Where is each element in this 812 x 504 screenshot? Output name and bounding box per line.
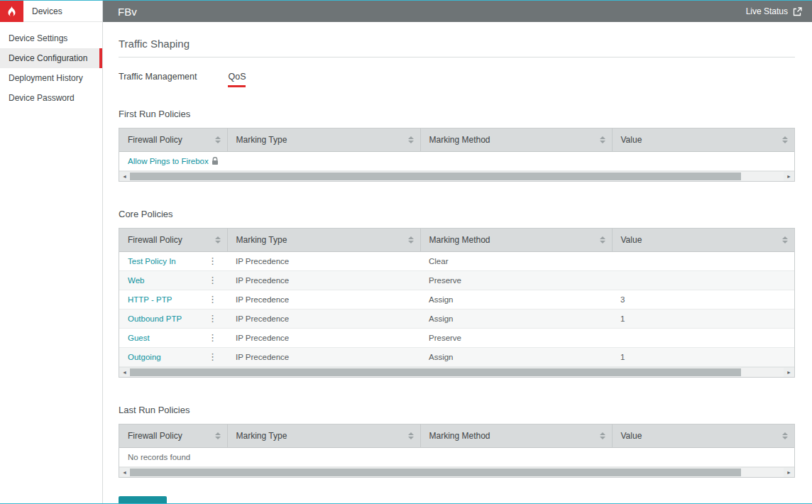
scroll-right-arrow[interactable]: ► [784, 468, 794, 477]
scroll-right-arrow[interactable]: ► [784, 368, 794, 377]
top-bar: FBv Live Status [103, 1, 812, 22]
table-header-row: Firewall Policy Marking Type Marking Met… [119, 424, 794, 448]
horizontal-scrollbar[interactable]: ◄ ► [119, 467, 794, 477]
column-header-marking-method[interactable]: Marking Method [420, 229, 612, 252]
horizontal-scrollbar[interactable]: ◄ ► [119, 367, 794, 377]
title-divider [119, 57, 795, 57]
app-window: Devices Device Settings Device Configura… [0, 0, 812, 504]
lock-icon [212, 157, 219, 165]
section-title-core: Core Policies [119, 209, 795, 219]
back-button[interactable]: BACK [119, 496, 167, 503]
table-row: Test Policy In⋮ IP Precedence Clear [119, 252, 794, 271]
column-header-value[interactable]: Value [612, 229, 794, 252]
kebab-menu-icon[interactable]: ⋮ [207, 334, 219, 341]
sidebar-title: Devices [32, 6, 62, 16]
column-header-marking-type[interactable]: Marking Type [227, 128, 420, 152]
sort-icon[interactable] [408, 236, 414, 243]
no-records-text: No records found [119, 448, 794, 467]
column-header-firewall-policy[interactable]: Firewall Policy [119, 128, 227, 152]
column-header-marking-type[interactable]: Marking Type [227, 424, 420, 448]
sort-icon[interactable] [215, 136, 221, 143]
sort-icon[interactable] [782, 432, 788, 439]
table-row: HTTP - PTP⋮ IP Precedence Assign 3 [119, 290, 794, 309]
kebab-menu-icon[interactable]: ⋮ [207, 258, 219, 265]
table-header-row: Firewall Policy Marking Type Marking Met… [119, 229, 794, 252]
column-header-marking-method[interactable]: Marking Method [420, 424, 612, 448]
table-header-row: Firewall Policy Marking Type Marking Met… [119, 128, 794, 152]
sort-icon[interactable] [600, 432, 605, 439]
kebab-menu-icon[interactable]: ⋮ [207, 296, 219, 303]
kebab-menu-icon[interactable]: ⋮ [207, 277, 219, 284]
column-header-firewall-policy[interactable]: Firewall Policy [119, 229, 227, 252]
policy-link[interactable]: Test Policy In [128, 257, 176, 265]
sidebar-item-device-configuration[interactable]: Device Configuration [0, 48, 102, 68]
tab-traffic-management[interactable]: Traffic Management [119, 72, 197, 87]
first-run-table: Firewall Policy Marking Type Marking Met… [119, 128, 795, 182]
kebab-menu-icon[interactable]: ⋮ [207, 315, 219, 322]
device-title: FBv [118, 6, 746, 18]
empty-state-row: No records found [119, 448, 794, 467]
live-status-link[interactable]: Live Status [746, 6, 802, 16]
policy-link[interactable]: Outbound PTP [128, 314, 182, 323]
sidebar-header: Devices [0, 1, 102, 22]
sidebar: Devices Device Settings Device Configura… [0, 1, 103, 503]
scrollbar-thumb[interactable] [130, 469, 741, 476]
column-header-value[interactable]: Value [612, 424, 794, 448]
scrollbar-track[interactable] [130, 172, 784, 181]
tab-bar: Traffic Management QoS [119, 72, 795, 87]
watchguard-flame-logo-icon[interactable] [0, 1, 23, 22]
sort-icon[interactable] [600, 236, 605, 243]
sort-icon[interactable] [782, 136, 788, 143]
kebab-menu-icon[interactable]: ⋮ [207, 354, 219, 361]
last-run-table: Firewall Policy Marking Type Marking Met… [119, 424, 795, 478]
live-status-label: Live Status [746, 6, 788, 16]
policy-link[interactable]: Guest [128, 334, 150, 342]
sidebar-item-device-settings[interactable]: Device Settings [0, 28, 102, 48]
policy-link[interactable]: Allow Pings to Firebox [128, 157, 209, 165]
policy-link[interactable]: HTTP - PTP [128, 295, 172, 304]
sidebar-item-device-password[interactable]: Device Password [0, 88, 102, 108]
policy-link[interactable]: Outgoing [128, 353, 161, 361]
sidebar-nav: Device Settings Device Configuration Dep… [0, 22, 102, 108]
main-area: FBv Live Status Traffic Shaping Traffic … [103, 1, 812, 503]
table-row: Outbound PTP⋮ IP Precedence Assign 1 [119, 309, 794, 329]
core-policies-table: Firewall Policy Marking Type Marking Met… [119, 228, 795, 378]
table-row: Allow Pings to Firebox [119, 152, 794, 171]
table-row: Web⋮ IP Precedence Preserve [119, 271, 794, 290]
sort-icon[interactable] [408, 136, 414, 143]
scroll-left-arrow[interactable]: ◄ [119, 468, 130, 477]
section-title-last-run: Last Run Policies [119, 405, 795, 415]
external-link-icon [793, 7, 802, 16]
sidebar-item-deployment-history[interactable]: Deployment History [0, 68, 102, 88]
tab-qos[interactable]: QoS [228, 72, 246, 87]
table-row: Outgoing⋮ IP Precedence Assign 1 [119, 348, 794, 367]
horizontal-scrollbar[interactable]: ◄ ► [119, 171, 794, 181]
scrollbar-thumb[interactable] [130, 172, 741, 180]
page-title: Traffic Shaping [119, 38, 795, 50]
scroll-right-arrow[interactable]: ► [784, 172, 794, 181]
scroll-left-arrow[interactable]: ◄ [119, 368, 130, 377]
table-row: Guest⋮ IP Precedence Preserve [119, 329, 794, 348]
scrollbar-track[interactable] [130, 468, 784, 477]
scrollbar-track[interactable] [130, 368, 784, 377]
sort-icon[interactable] [215, 432, 221, 439]
sort-icon[interactable] [215, 236, 221, 243]
column-header-value[interactable]: Value [612, 128, 794, 152]
column-header-firewall-policy[interactable]: Firewall Policy [119, 424, 227, 448]
section-title-first-run: First Run Policies [119, 109, 795, 119]
sort-icon[interactable] [782, 236, 788, 243]
column-header-marking-method[interactable]: Marking Method [420, 128, 612, 152]
content-area: Traffic Shaping Traffic Management QoS F… [103, 22, 812, 503]
policy-link[interactable]: Web [128, 276, 144, 285]
scroll-left-arrow[interactable]: ◄ [119, 172, 130, 181]
scrollbar-thumb[interactable] [130, 368, 741, 376]
sort-icon[interactable] [600, 136, 605, 143]
column-header-marking-type[interactable]: Marking Type [227, 229, 420, 252]
sort-icon[interactable] [408, 432, 414, 439]
